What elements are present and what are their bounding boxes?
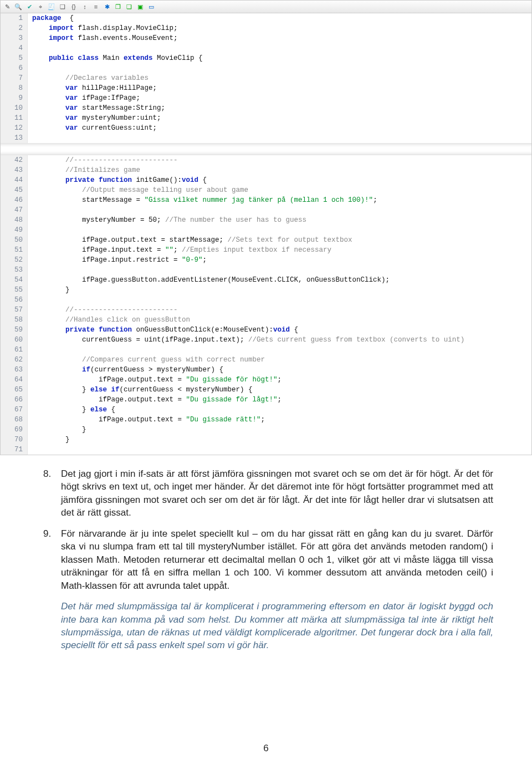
code-block-2: 4243444546474849505152535455565758596061…	[1, 155, 531, 455]
tool-cube-icon[interactable]: ❑	[58, 2, 67, 11]
tool-comment-icon[interactable]: ❐	[114, 2, 122, 11]
tool-box-icon[interactable]: ▣	[136, 2, 145, 11]
code-area[interactable]: package { import flash.display.MovieClip…	[28, 13, 531, 143]
item-number: 9.	[43, 527, 51, 540]
code-area[interactable]: //------------------------- //Initialize…	[28, 155, 531, 455]
item-text: För närvarande är ju inte spelet speciel…	[61, 528, 493, 591]
list-item-9: 9. För närvarande är ju inte spelet spec…	[61, 527, 493, 652]
ide-toolbar: ✎ 🔍 ✔ ⌖ 🧾 ❑ {} ↕ ≡ ✱ ❐ ❏ ▣ ▭	[1, 1, 531, 13]
ide-screenshot: ✎ 🔍 ✔ ⌖ 🧾 ❑ {} ↕ ≡ ✱ ❐ ❏ ▣ ▭ 12345678910…	[0, 0, 532, 455]
code-block-1: 12345678910111213 package { import flash…	[1, 13, 531, 143]
tool-find-icon[interactable]: 🔍	[14, 2, 23, 11]
line-gutter: 4243444546474849505152535455565758596061…	[1, 155, 28, 455]
tool-asterisk-icon[interactable]: ✱	[103, 2, 111, 11]
tool-comment2-icon[interactable]: ❏	[125, 2, 134, 11]
tool-wand-icon[interactable]: ✎	[3, 2, 12, 11]
tool-rect-icon[interactable]: ▭	[147, 2, 156, 11]
page-number: 6	[0, 743, 532, 754]
item-text: Det jag gjort i min if-sats är att först…	[61, 468, 493, 518]
line-gutter: 12345678910111213	[1, 13, 28, 143]
item-number: 8.	[43, 467, 51, 480]
tool-braces-icon[interactable]: {}	[69, 2, 78, 11]
tool-tree-icon[interactable]: 🧾	[47, 2, 56, 11]
list-item-8: 8. Det jag gjort i min if-sats är att fö…	[61, 467, 493, 519]
tool-check-icon[interactable]: ✔	[25, 2, 34, 11]
code-fold-gap	[1, 143, 531, 155]
tool-expand-icon[interactable]: ↕	[80, 2, 89, 11]
tool-target-icon[interactable]: ⌖	[36, 2, 45, 11]
note-paragraph: Det här med slumpmässiga tal är komplice…	[61, 600, 493, 652]
article-body: 8. Det jag gjort i min if-sats är att fö…	[0, 462, 532, 676]
tool-collapse-icon[interactable]: ≡	[91, 2, 100, 11]
